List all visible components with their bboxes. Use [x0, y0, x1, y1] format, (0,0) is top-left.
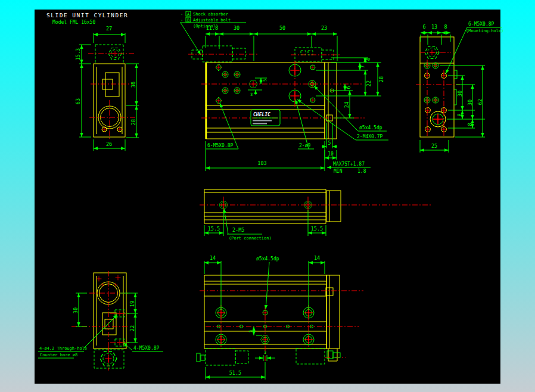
label-mounting-hole: 6-M5X0.8P: [468, 21, 494, 27]
legend-item-shock-absorber: Shock absorber: [193, 12, 228, 17]
dim-11-8: 11.8: [206, 25, 218, 31]
label-depth-hole: ø5x4.5dp: [256, 256, 279, 262]
label-2-d9: 2-ø9: [299, 143, 310, 148]
cad-drawing-window: SLIDE UNIT CYLINDER Model FML 16x50 - A …: [0, 0, 535, 392]
stroke-max: MAX7ST+1.87: [333, 161, 365, 167]
label-2-m4: 2-M4X0.7P: [357, 134, 383, 139]
drawing-title: SLIDE UNIT CYLINDER: [46, 12, 128, 18]
dim-30b: 30: [467, 99, 473, 105]
dim-62: 62: [477, 99, 483, 105]
dim-19: 19: [129, 301, 135, 307]
legend-item-adjustable-bolt: Adjustable bolt: [193, 18, 231, 23]
label-mounting-hole-sub: (Mounting-hole): [466, 29, 503, 33]
label-counter-bore: Counter bore ø8: [40, 353, 77, 357]
label-through-hole: 4-ø4.2 Through-hole: [39, 346, 87, 351]
label-port-sub: (Port connection): [229, 236, 272, 241]
dim-cap-10: 10: [328, 151, 334, 157]
dim-30a: 30: [457, 91, 463, 97]
dim-28b: 28: [378, 76, 384, 82]
dim-26: 26: [106, 141, 112, 147]
label-6-m5: 6-M5X0.8P: [207, 143, 234, 148]
dim-23: 23: [321, 25, 327, 31]
legend-dash-a: -: [181, 12, 183, 17]
dim-cap-5: 5: [328, 141, 331, 146]
dim-27: 27: [106, 26, 112, 32]
dim-22: 22: [129, 325, 135, 331]
dim-13: 13: [431, 24, 437, 30]
dim-103: 103: [257, 160, 266, 166]
label-depth-hole: ø5x4.5dp: [359, 125, 382, 130]
dim-5: 5: [248, 330, 253, 332]
label-4-m5: 4-M5X0.8P: [133, 346, 160, 351]
stroke-min-value: 1.8: [357, 169, 366, 174]
dim-3: 3: [264, 350, 266, 355]
dim-63: 63: [75, 98, 81, 104]
dim-8: 8: [444, 24, 447, 30]
dim-8b: 8: [467, 123, 473, 126]
dim-inner-3: 3: [250, 92, 253, 97]
dim-15-3: 15.3: [75, 48, 81, 60]
dim-14-left: 14: [210, 255, 216, 261]
drawing-model: Model FML 16x50: [52, 20, 95, 25]
dim-22: 22: [366, 80, 372, 86]
dim-6: 6: [346, 86, 352, 89]
dim-28: 28: [130, 119, 136, 125]
legend-marker-b: B: [187, 18, 189, 23]
dim-25: 25: [431, 143, 437, 149]
brand-logo: CHELIC: [253, 112, 270, 117]
dim-14-right: 14: [314, 255, 320, 261]
dim-24: 24: [344, 102, 350, 108]
dim-inner-5: 5: [263, 79, 268, 82]
label-port: 2-M5: [232, 227, 244, 233]
dim-6: 6: [422, 24, 425, 30]
dim-36: 36: [130, 82, 136, 88]
dim-51-5: 51.5: [229, 370, 241, 376]
legend-dash-b: -: [181, 18, 183, 23]
dim-7: 7: [360, 65, 366, 68]
dim-50: 50: [279, 25, 285, 31]
dim-4: 4: [365, 58, 371, 61]
dim-15-5-left: 15.5: [208, 226, 220, 232]
dim-8a: 8: [457, 113, 463, 116]
dim-30: 30: [73, 307, 79, 313]
dim-15-5-right: 15.5: [311, 226, 323, 232]
dim-30: 30: [234, 25, 239, 31]
stroke-min: MIN: [334, 169, 343, 174]
cad-canvas: SLIDE UNIT CYLINDER Model FML 16x50 - A …: [0, 0, 535, 392]
